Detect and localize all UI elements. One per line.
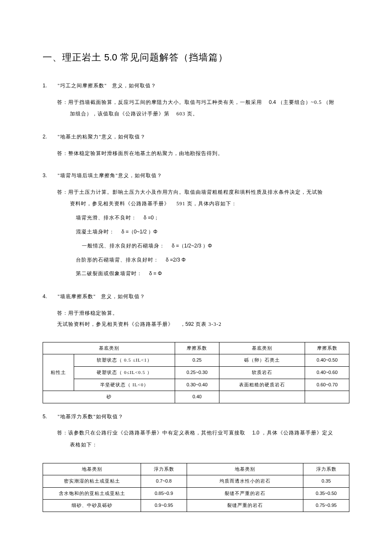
answer-line: 答：整体稳定验算时滑移面所在地基土的粘聚力，由地勘报告得到。 [43, 148, 349, 159]
question-line: 5. "地基浮力系数"如何取值？ [43, 412, 349, 422]
formula-value: δ =2/3 Φ [166, 257, 186, 263]
table-header: 地基类别 [43, 463, 141, 475]
table-cell: 0.35 [303, 475, 349, 488]
table-header: 基底类别 [219, 342, 305, 354]
formula-label: 第二破裂面或假象墙背时： [76, 270, 142, 276]
question-line: 1. "圬工之间摩擦系数" 意义，如何取值？ [43, 81, 349, 91]
answer-text: （附 [323, 99, 334, 105]
title-post: 常见问题解答（挡墙篇） [120, 52, 228, 63]
table-row: 含水饱和的的亚粘土或亚粘土 0.85~0.9 裂缝不严重的岩石 0.35~0.5… [43, 487, 349, 500]
answer-line: 答：用于滑移稳定验算。 [43, 308, 349, 319]
question-number: 2. [43, 132, 56, 142]
formula-line: 第二破裂面或假象墙背时： δ = Φ [43, 267, 349, 280]
table-cell: 裂缝严重的岩石 [187, 500, 303, 512]
answer-line: 表格如下： [43, 439, 349, 451]
answer-text: 页。 [187, 111, 198, 117]
formula-label: 混凝土墙身时： [76, 229, 115, 235]
question-title-post: 意义，如何取值？ [101, 293, 145, 299]
answer-text: 页表 3-3-2 [196, 321, 222, 327]
answer-value: 603 [176, 111, 185, 117]
table-cell: 0.7~0.8 [141, 475, 187, 488]
faq-item-5: 5. "地基浮力系数"如何取值？ 答：该参数只在公路行业《公路路基手册》中有定义… [43, 412, 349, 451]
table-cell [305, 391, 349, 403]
table-cell: 0.9~0.95 [141, 500, 187, 512]
table-cell: 软塑状态（ 0.5 ≤IL<1） [74, 354, 175, 367]
answer-text: 答：用于挡墙截面验算，反应圬工间的摩阻力大小。取值与圬工种类有关，一般采用 [57, 99, 262, 105]
answer-line: 答：用于土压力计算。影响土压力大小及作用方向。取值由墙背粗糙程度和填料性质及排水… [43, 187, 349, 198]
formula-label: 台阶形的石砌墙背、排水良好时： [76, 257, 159, 263]
table-cell: 裂缝不严重的岩石 [187, 487, 303, 500]
answer-value: ，592 [180, 321, 194, 327]
table-cell: 0.25 [175, 354, 219, 367]
question-title-post: 意义，如何取值？ [112, 83, 156, 89]
table-row: 硬塑状态（ 0≤IL<0.5 ） 0.25~0.30 软质岩石 0.40~0.6… [43, 366, 349, 379]
table-cell: 0.25~0.30 [175, 366, 219, 379]
formula-line: 台阶形的石砌墙背、排水良好时： δ =2/3 Φ [43, 254, 349, 266]
table-cell: 0.40~0.60 [305, 366, 349, 379]
answer-text: 页，具体内容如下： [187, 201, 237, 207]
question-number: 3. [43, 171, 56, 181]
question-title: "地基土的粘聚力"意义，如何取值？ [58, 134, 146, 140]
answer-text: 答：用于土压力计算。影响土压力大小及作用方向。取值由墙背粗糙程度和填料性质及排水… [57, 189, 323, 195]
formula-line: 一般情况、排水良好的石砌墙身： δ =（1/2~2/3 ）Φ [43, 240, 349, 252]
question-number: 4. [43, 292, 56, 302]
answer-line: 无试验资料时，参见相关资料《公路路基手册》 ，592 页表 3-3-2 [43, 319, 349, 330]
answer-line: 答：用于挡墙截面验算，反应圬工间的摩阻力大小。取值与圬工种类有关，一般采用 0.… [43, 97, 349, 108]
table-cell: 0.60~0.70 [305, 379, 349, 391]
question-title: "圬工之间摩擦系数" [58, 83, 107, 89]
question-number: 5. [43, 412, 56, 422]
table-cell: 均质而透水性小的岩石 [187, 475, 303, 488]
faq-item-3: 3. "墙背与墙后填土摩擦角"意义，如何取值？ 答：用于土压力计算。影响土压力大… [43, 171, 349, 280]
table-row: 砂 0.40 [43, 391, 349, 403]
answer-value: 591 [176, 201, 185, 207]
table-cell: 0.35~0.50 [303, 487, 349, 500]
answer-value: 1.0 [252, 430, 259, 436]
table-header: 基底类别 [43, 342, 175, 354]
table-row: 细砂、中砂及砾砂 0.9~0.95 裂缝严重的岩石 0.75~0.95 [43, 500, 349, 512]
table-header-row: 基底类别 摩擦系数 基底类别 摩擦系数 [43, 342, 349, 354]
table-cell: 砾（卵）石类土 [219, 354, 305, 367]
table-cell [219, 391, 305, 403]
answer-text: （主要组合）~0.5 [278, 99, 322, 105]
title-pre: 一、理正岩土 [43, 52, 101, 63]
faq-item-1: 1. "圬工之间摩擦系数" 意义，如何取值？ 答：用于挡墙截面验算，反应圬工间的… [43, 81, 349, 120]
formula-line: 混凝土墙身时： δ =（0~1/2 ）Φ [43, 226, 349, 238]
answer-text: 加组合），该值取自《公路设计手册》第 [70, 111, 170, 117]
faq-item-2: 2. "地基土的粘聚力"意义，如何取值？ 答：整体稳定验算时滑移面所在地基土的粘… [43, 132, 349, 159]
question-line: 4. "墙底摩擦系数" 意义，如何取值？ [43, 292, 349, 302]
table-cell: 硬塑状态（ 0≤IL<0.5 ） [74, 366, 175, 379]
buoyancy-coefficient-table: 地基类别 浮力系数 地基类别 浮力系数 密实潮湿的粘土或亚粘土 0.7~0.8 … [43, 463, 349, 512]
table-cell: 密实潮湿的粘土或亚粘土 [43, 475, 141, 488]
question-line: 3. "墙背与墙后填土摩擦角"意义，如何取值？ [43, 171, 349, 181]
table-cell: 细砂、中砂及砾砂 [43, 500, 141, 512]
formula-value: δ =（0~1/2 ）Φ [121, 229, 157, 235]
table-row: 半坚硬状态（ IL<0） 0.30~0.40 表面粗糙的硬质岩石 0.60~0.… [43, 379, 349, 391]
table-cell: 0.40~0.50 [305, 354, 349, 367]
table-cell: 0.30~0.40 [175, 379, 219, 391]
answer-text: 答：用于滑移稳定验算。 [57, 310, 118, 316]
table-cell: 半坚硬状态（ IL<0） [74, 379, 175, 391]
formula-line: 墙背光滑、排水不良时： δ =0； [43, 212, 349, 224]
formula-value: δ = Φ [149, 270, 162, 276]
question-title: "地基浮力系数"如何取值？ [58, 414, 124, 420]
friction-coefficient-table: 基底类别 摩擦系数 基底类别 摩擦系数 粘性土 软塑状态（ 0.5 ≤IL<1）… [43, 342, 349, 403]
formula-label: 墙背光滑、排水不良时： [76, 215, 137, 221]
table-header: 摩擦系数 [305, 342, 349, 354]
document-page: 一、理正岩土 5.0 常见问题解答（挡墙篇） 1. "圬工之间摩擦系数" 意义，… [0, 0, 392, 555]
table-cell: 软质岩石 [219, 366, 305, 379]
answer-text: 无试验资料时，参见相关资料《公路路基手册》 [57, 321, 173, 327]
table-row: 粘性土 软塑状态（ 0.5 ≤IL<1） 0.25 砾（卵）石类土 0.40~0… [43, 354, 349, 367]
table-cell: 0.85~0.9 [141, 487, 187, 500]
formula-label: 一般情况、排水良好的石砌墙身： [82, 243, 165, 249]
table-cell: 含水饱和的的亚粘土或亚粘土 [43, 487, 141, 500]
table-rowhead: 粘性土 [43, 354, 74, 391]
answer-text: 资料时，参见相关资料《公路路基手册》 [70, 201, 170, 207]
table-cell: 表面粗糙的硬质岩石 [219, 379, 305, 391]
question-number: 1. [43, 81, 56, 91]
table-header: 摩擦系数 [175, 342, 219, 354]
table-cell: 0.75~0.95 [303, 500, 349, 512]
formula-value: δ =0； [144, 215, 159, 221]
question-title: "墙底摩擦系数" [58, 293, 96, 299]
table-header: 浮力系数 [141, 463, 187, 475]
question-line: 2. "地基土的粘聚力"意义，如何取值？ [43, 132, 349, 142]
